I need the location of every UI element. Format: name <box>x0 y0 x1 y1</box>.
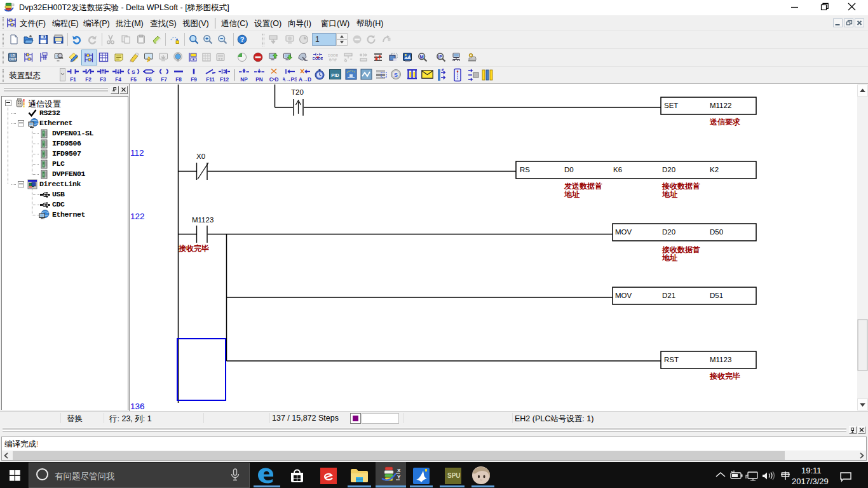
svg-text:F7: F7 <box>161 77 167 83</box>
svg-text:S: S <box>394 72 398 78</box>
svg-text:F3: F3 <box>100 77 106 83</box>
svg-text:Y: Y <box>397 474 401 480</box>
svg-text:A→PS: A→PS <box>283 77 297 83</box>
svg-text:F4: F4 <box>115 77 121 83</box>
svg-text:A→D: A→D <box>299 77 311 83</box>
svg-text:PN: PN <box>255 77 262 83</box>
svg-text:F9: F9 <box>191 77 197 83</box>
svg-text:F12: F12 <box>220 77 229 83</box>
svg-text:CODE: CODE <box>328 53 338 57</box>
svg-text:F6: F6 <box>146 77 152 83</box>
svg-text:X: X <box>397 468 401 473</box>
svg-text:F8: F8 <box>175 77 182 83</box>
svg-text:C•D: C•D <box>269 77 279 83</box>
svg-text:F11: F11 <box>206 77 215 83</box>
svg-text:?: ? <box>240 36 245 43</box>
svg-text:M: M <box>420 54 424 60</box>
svg-text:OUT: OUT <box>9 57 17 61</box>
svg-text:S: S <box>132 69 135 75</box>
svg-text:IP: IP <box>438 55 443 59</box>
svg-text:F2: F2 <box>85 77 92 83</box>
svg-text:F5: F5 <box>130 77 137 83</box>
svg-text:PID: PID <box>331 72 339 78</box>
svg-text:F1: F1 <box>70 77 76 83</box>
svg-text:NP: NP <box>240 77 248 83</box>
